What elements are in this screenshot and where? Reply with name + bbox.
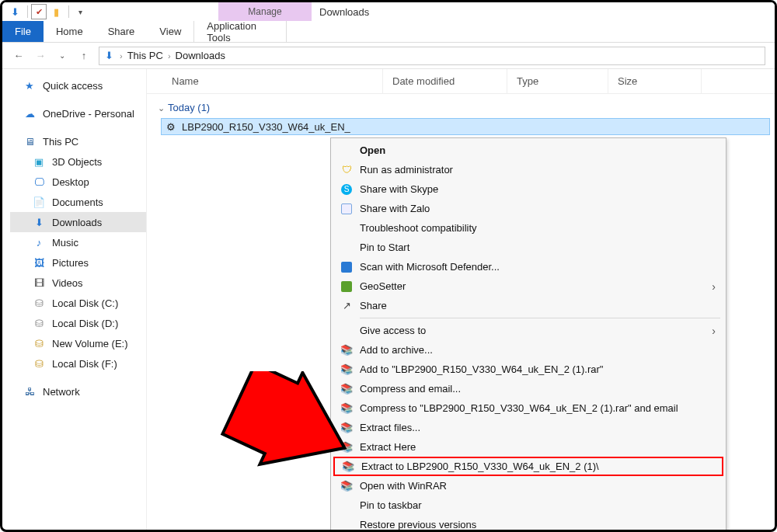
sidebar-disk-d[interactable]: ⛁Local Disk (D:)	[10, 313, 146, 333]
drive-icon: ⛁	[32, 356, 46, 370]
context-menu: Open 🛡Run as administrator SShare with S…	[330, 137, 726, 532]
downloads-icon: ⬇	[32, 215, 46, 229]
qat-checkbox-icon[interactable]: ✔	[31, 4, 47, 19]
label: Local Disk (D:)	[52, 318, 118, 329]
svg-marker-0	[218, 371, 358, 480]
menu-open[interactable]: Open	[333, 141, 723, 160]
label: Local Disk (F:)	[52, 358, 117, 370]
winrar-icon: 📚	[340, 479, 354, 493]
label: OneDrive - Personal	[43, 108, 134, 120]
zalo-icon	[340, 202, 354, 216]
network-icon: 🖧	[23, 384, 37, 398]
menu-pin-to-taskbar[interactable]: Pin to taskbar	[333, 495, 723, 515]
menu-share-skype[interactable]: SShare with Skype	[333, 179, 723, 199]
label: Documents	[52, 196, 103, 208]
menu-open-with-winrar[interactable]: 📚Open with WinRAR	[333, 476, 723, 495]
menu-extract-to-folder[interactable]: 📚Extract to LBP2900_R150_V330_W64_uk_EN_…	[333, 457, 723, 476]
share-icon: ↗	[340, 299, 354, 313]
sidebar-videos[interactable]: 🎞Videos	[10, 273, 146, 293]
defender-icon	[340, 260, 354, 274]
column-headers: Name Date modified Type Size	[147, 69, 775, 94]
col-type[interactable]: Type	[507, 69, 608, 93]
menu-add-to-named-rar[interactable]: 📚Add to "LBP2900_R150_V330_W64_uk_EN_2 (…	[333, 360, 723, 379]
label: 3D Objects	[52, 156, 102, 168]
installer-icon: ⚙	[165, 120, 177, 133]
sidebar-downloads[interactable]: ⬇Downloads	[10, 212, 146, 232]
sidebar-quick-access[interactable]: ★Quick access	[10, 75, 146, 96]
sidebar-desktop[interactable]: 🖵Desktop	[10, 172, 146, 192]
qat-folder-icon[interactable]: ▮	[48, 4, 64, 19]
label: Local Disk (C:)	[52, 297, 118, 309]
app-arrow-icon: ⬇	[7, 4, 23, 19]
menu-geosetter[interactable]: GeoSetter›	[333, 276, 723, 296]
tab-file[interactable]: File	[2, 21, 44, 42]
sidebar-disk-c[interactable]: ⛁Local Disk (C:)	[10, 293, 146, 313]
menu-compress-email[interactable]: 📚Compress and email...	[333, 379, 723, 398]
geosetter-icon	[340, 280, 354, 294]
col-size[interactable]: Size	[608, 69, 702, 93]
menu-run-as-admin[interactable]: 🛡Run as administrator	[333, 160, 723, 179]
menu-share[interactable]: ↗Share	[333, 296, 723, 315]
title-bar: ⬇ ✔ ▮ ▾ Manage Downloads	[2, 2, 775, 21]
sidebar-disk-e[interactable]: ⛁New Volume (E:)	[10, 333, 146, 353]
menu-share-zalo[interactable]: Share with Zalo	[333, 199, 723, 218]
chevron-right-icon: ›	[712, 280, 716, 293]
winrar-icon: 📚	[340, 343, 354, 357]
menu-compress-to-email[interactable]: 📚Compress to "LBP2900_R150_V330_W64_uk_E…	[333, 398, 723, 418]
file-row-selected[interactable]: ⚙ LBP2900_R150_V330_W64_uk_EN_	[161, 118, 770, 135]
menu-pin-to-start[interactable]: Pin to Start	[333, 238, 723, 257]
label: Music	[52, 237, 78, 249]
up-button[interactable]: ↑	[77, 49, 91, 63]
tab-view[interactable]: View	[147, 21, 193, 42]
chevron-right-icon: ›	[168, 51, 171, 61]
menu-extract-files[interactable]: 📚Extract files...	[333, 418, 723, 437]
breadcrumb-root[interactable]: This PC	[127, 50, 163, 61]
navigation-bar: ← → ⌄ ↑ ⬇ › This PC › Downloads	[2, 43, 775, 69]
menu-give-access[interactable]: Give access to›	[333, 321, 723, 340]
pc-icon: 🖥	[23, 134, 37, 148]
drive-icon: ⛁	[32, 296, 46, 310]
forward-button: →	[33, 49, 47, 63]
address-bar[interactable]: ⬇ › This PC › Downloads	[99, 47, 765, 65]
label: Network	[43, 386, 80, 398]
drive-icon: ⛁	[32, 316, 46, 330]
tab-application-tools[interactable]: Application Tools	[193, 21, 287, 42]
sidebar-documents[interactable]: 📄Documents	[10, 192, 146, 212]
sidebar-3d-objects[interactable]: ▣3D Objects	[10, 151, 146, 172]
sidebar-onedrive[interactable]: ☁OneDrive - Personal	[10, 103, 146, 123]
cloud-icon: ☁	[23, 106, 37, 120]
recent-locations-button[interactable]: ⌄	[55, 49, 69, 63]
chevron-right-icon: ›	[120, 51, 123, 61]
menu-troubleshoot[interactable]: Troubleshoot compatibility	[333, 218, 723, 238]
tab-manage[interactable]: Manage	[218, 2, 312, 21]
label: Downloads	[52, 217, 102, 228]
label: Desktop	[52, 176, 89, 188]
back-button[interactable]: ←	[12, 49, 26, 63]
menu-extract-here[interactable]: 📚Extract Here	[333, 437, 723, 457]
menu-restore-previous[interactable]: Restore previous versions	[333, 515, 723, 532]
sidebar-network[interactable]: 🖧Network	[10, 381, 146, 402]
qat-overflow-icon[interactable]: ▾	[72, 4, 88, 19]
star-icon: ★	[23, 78, 37, 92]
sidebar-disk-f[interactable]: ⛁Local Disk (F:)	[10, 353, 146, 374]
window-caption: Downloads	[319, 6, 369, 18]
tab-share[interactable]: Share	[96, 21, 148, 42]
group-header-today[interactable]: ⌄Today (1)	[147, 94, 775, 116]
videos-icon: 🎞	[32, 276, 46, 290]
label: Quick access	[43, 80, 103, 92]
annotation-arrow	[218, 371, 358, 480]
tab-home[interactable]: Home	[44, 21, 96, 42]
col-name[interactable]: Name	[162, 69, 383, 93]
menu-add-to-archive[interactable]: 📚Add to archive...	[333, 340, 723, 360]
menu-defender-scan[interactable]: Scan with Microsoft Defender...	[333, 257, 723, 276]
chevron-right-icon: ›	[712, 325, 716, 337]
col-modified[interactable]: Date modified	[383, 69, 507, 93]
desktop-icon: 🖵	[32, 175, 46, 189]
drive-icon: ⛁	[32, 336, 46, 350]
label: This PC	[43, 136, 78, 148]
sidebar-this-pc[interactable]: 🖥This PC	[10, 131, 146, 151]
downloads-glyph-icon: ⬇	[103, 50, 115, 62]
sidebar-music[interactable]: ♪Music	[10, 232, 146, 252]
sidebar-pictures[interactable]: 🖼Pictures	[10, 252, 146, 273]
breadcrumb-leaf[interactable]: Downloads	[176, 50, 225, 61]
